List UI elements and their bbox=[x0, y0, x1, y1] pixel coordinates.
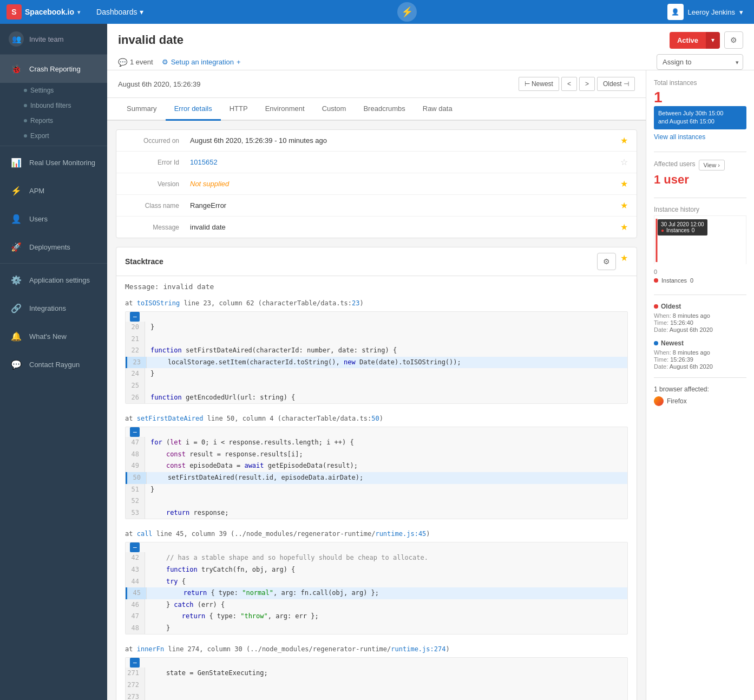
code-line-46: 46 } catch (err) { bbox=[126, 599, 627, 611]
main: invalid date Active ▾ ⚙ 💬 1 event ⚙ Setu… bbox=[107, 24, 754, 700]
prev-button[interactable]: < bbox=[561, 77, 577, 91]
code-line-45-highlighted: 45 return { type: "normal", arg: fn.call… bbox=[126, 587, 627, 599]
instance-history-label: Instance history bbox=[654, 206, 746, 213]
at-file-link-3[interactable]: runtime.js:45 bbox=[375, 530, 426, 538]
code-line: − bbox=[126, 658, 627, 668]
sidebar-item-apm[interactable]: ⚡ APM bbox=[0, 176, 107, 205]
event-count: 💬 1 event bbox=[118, 58, 153, 67]
code-line-50-highlighted: 50 setFirstDateAired(result.id, episodeD… bbox=[126, 472, 627, 484]
at-file-link-1[interactable]: 23 bbox=[352, 299, 359, 307]
stacktrace-at-4: at innerFn line 274, column 30 (../node_… bbox=[116, 643, 637, 657]
view-all-instances-link[interactable]: View all instances bbox=[654, 133, 705, 141]
code-line-26: 26function getEncodedUrl(url: string) { bbox=[126, 392, 627, 404]
at-link-3[interactable]: call bbox=[137, 530, 153, 538]
occurred-star-icon[interactable]: ★ bbox=[620, 135, 628, 146]
sidebar-item-deployments[interactable]: 🚀 Deployments bbox=[0, 233, 107, 261]
newest-label-text: Newest bbox=[661, 339, 684, 347]
message-star-icon[interactable]: ★ bbox=[620, 222, 628, 232]
tab-raw-data[interactable]: Raw data bbox=[414, 98, 461, 121]
contact-label: Contact Raygun bbox=[29, 361, 80, 369]
header-row1: invalid date Active ▾ ⚙ bbox=[118, 31, 743, 49]
sidebar-sub-settings[interactable]: Settings bbox=[0, 83, 107, 98]
instances-zero: 0 bbox=[690, 277, 693, 284]
code-line-24: 24} bbox=[126, 368, 627, 380]
sidebar-item-integrations[interactable]: 🔗 Integrations bbox=[0, 294, 107, 322]
setup-integration[interactable]: ⚙ Setup an integration + bbox=[162, 58, 241, 66]
oldest-button[interactable]: Oldest ⊣ bbox=[597, 77, 635, 91]
classname-star-icon[interactable]: ★ bbox=[620, 200, 628, 211]
at-link-4[interactable]: innerFn bbox=[137, 645, 165, 653]
active-button[interactable]: Active bbox=[670, 32, 706, 49]
error-id-star-icon[interactable]: ☆ bbox=[620, 157, 628, 167]
tab-error-details[interactable]: Error details bbox=[166, 98, 221, 121]
dashboards-nav[interactable]: Dashboards ▾ bbox=[89, 0, 151, 24]
newest-button[interactable]: ⊢ Newest bbox=[519, 77, 559, 91]
version-star-icon[interactable]: ★ bbox=[620, 179, 628, 189]
stacktrace-star-icon[interactable]: ★ bbox=[620, 253, 628, 270]
sidebar-sub-reports[interactable]: Reports bbox=[0, 113, 107, 128]
chart-tooltip-dot: ● bbox=[661, 227, 664, 233]
active-btn-group: Active ▾ bbox=[670, 32, 720, 49]
next-button[interactable]: > bbox=[579, 77, 595, 91]
sidebar-item-app-settings[interactable]: ⚙️ Application settings bbox=[0, 266, 107, 294]
tab-custom[interactable]: Custom bbox=[313, 98, 355, 121]
stacktrace-message-text: Message: invalid date bbox=[125, 283, 214, 291]
sidebar-sub-inbound[interactable]: Inbound filters bbox=[0, 98, 107, 113]
tab-breadcrumbs[interactable]: Breadcrumbs bbox=[355, 98, 414, 121]
code-line-22: 22function setFirstDateAired(characterId… bbox=[126, 345, 627, 357]
stacktrace-gear-button[interactable]: ⚙ bbox=[597, 253, 616, 270]
collapse-btn-3[interactable]: − bbox=[130, 542, 140, 552]
sidebar-item-crash-reporting[interactable]: 🐞 Crash Reporting bbox=[0, 55, 107, 83]
stacktrace-at-2: at setFirstDateAired line 50, column 4 (… bbox=[116, 413, 637, 427]
at-file-link-2[interactable]: 50 bbox=[371, 415, 379, 422]
detail-label-error-id: Error Id bbox=[125, 159, 179, 166]
detail-row-error-id: Error Id 1015652 ☆ bbox=[116, 152, 637, 173]
assign-select[interactable]: Assign to bbox=[657, 54, 743, 70]
active-dropdown-button[interactable]: ▾ bbox=[706, 32, 720, 49]
tab-summary[interactable]: Summary bbox=[118, 98, 166, 121]
newest-date: Date: August 6th 2020 bbox=[654, 363, 746, 370]
integrations-icon: 🔗 bbox=[9, 300, 24, 316]
at-link-1[interactable]: toISOString bbox=[137, 299, 180, 307]
view-users-button[interactable]: View › bbox=[699, 160, 725, 171]
newest-dot-icon bbox=[654, 341, 658, 345]
detail-label-occurred: Occurred on bbox=[125, 137, 179, 145]
date-range-badge[interactable]: Between July 30th 15:00and August 6th 15… bbox=[654, 106, 746, 129]
sidebar-divider-2 bbox=[0, 263, 107, 264]
detail-value-error-id[interactable]: 1015652 bbox=[190, 158, 218, 166]
instances-row: Instances 0 bbox=[654, 277, 746, 284]
collapse-btn-4[interactable]: − bbox=[130, 658, 140, 668]
tab-environment[interactable]: Environment bbox=[257, 98, 313, 121]
collapse-btn-2[interactable]: − bbox=[130, 427, 140, 437]
sidebar-item-whats-new[interactable]: 🔔 What's New bbox=[0, 322, 107, 350]
code-line: − bbox=[126, 542, 627, 552]
lightning-button[interactable]: ⚡ bbox=[397, 2, 417, 22]
sub-reports-label: Reports bbox=[30, 117, 53, 125]
invite-label: Invite team bbox=[29, 35, 64, 43]
code-line-49: 49 const episodeData = await getEpisodeD… bbox=[126, 460, 627, 472]
invite-team-item[interactable]: 👥 Invite team bbox=[0, 24, 107, 55]
at-link-2[interactable]: setFirstDateAired bbox=[137, 415, 204, 422]
layout: 👥 Invite team 🐞 Crash Reporting Settings… bbox=[0, 24, 754, 700]
sidebar-item-users[interactable]: 👤 Users bbox=[0, 205, 107, 233]
code-line-48b: 48 } bbox=[126, 623, 627, 634]
code-line-273: 273 bbox=[126, 691, 627, 700]
code-line-48: 48 const result = response.results[i]; bbox=[126, 449, 627, 461]
user-menu[interactable]: 👤 Leeroy Jenkins ▾ bbox=[663, 0, 748, 24]
at-file-link-4[interactable]: runtime.js:274 bbox=[391, 645, 445, 653]
sidebar-sub-export[interactable]: Export bbox=[0, 128, 107, 143]
sidebar-item-contact[interactable]: 💬 Contact Raygun bbox=[0, 350, 107, 378]
collapse-btn-1[interactable]: − bbox=[130, 312, 140, 322]
newest-when: When: 8 minutes ago bbox=[654, 349, 746, 356]
date-nav: August 6th 2020, 15:26:39 ⊢ Newest < > O… bbox=[107, 70, 646, 98]
tab-http[interactable]: HTTP bbox=[221, 98, 257, 121]
apm-icon: ⚡ bbox=[9, 183, 24, 198]
firefox-icon bbox=[654, 396, 664, 406]
detail-value-message: invalid date bbox=[190, 223, 620, 231]
sidebar-item-rum[interactable]: 📊 Real User Monitoring bbox=[0, 148, 107, 176]
gear-button[interactable]: ⚙ bbox=[724, 31, 743, 49]
plus-icon: + bbox=[237, 58, 241, 66]
chart-y-label: 0 bbox=[654, 269, 746, 275]
brand[interactable]: S Spacebook.io ▾ bbox=[6, 4, 80, 19]
total-instances-label: Total instances bbox=[654, 79, 746, 87]
